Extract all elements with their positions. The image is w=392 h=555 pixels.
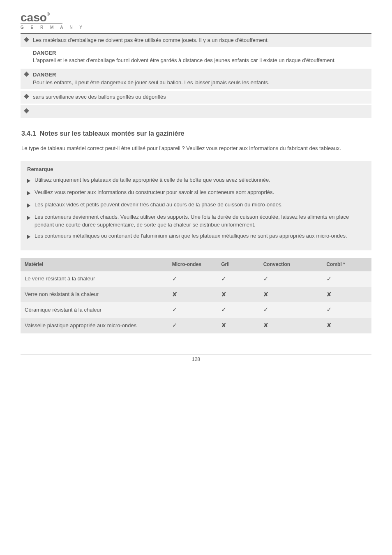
advice-item: Les plateaux vides et petits peuvent dev…: [27, 201, 365, 210]
cross-icon: [263, 291, 269, 298]
diamond-bullet-icon: [24, 94, 29, 99]
warning-text-4: [33, 108, 35, 114]
brand-subtitle: G E R M A N Y: [21, 25, 371, 31]
danger-block-1: DANGER L'appareil et le sachet d'emballa…: [21, 47, 371, 67]
cell-value: [259, 271, 323, 287]
col-header-material: Matériel: [21, 258, 168, 271]
warning-text-2: DANGER Pour les enfants, il peut être da…: [33, 72, 270, 86]
col-header-microwave: Micro-ondes: [168, 258, 217, 271]
diamond-bullet-icon: [24, 72, 29, 77]
brand-logo: caso® G E R M A N Y: [21, 12, 371, 31]
check-icon: [221, 306, 226, 313]
materials-table: Matériel Micro-ondes Gril Convection Com…: [21, 258, 371, 333]
material-name: Vaisselle plastique appropriée aux micro…: [21, 318, 168, 333]
col-header-combi: Combi *: [322, 258, 371, 271]
advice-text: Les plateaux vides et petits peuvent dev…: [35, 201, 283, 210]
page-number: 128: [21, 356, 371, 363]
triangle-bullet-icon: [27, 202, 31, 210]
warning-item-1: Les matériaux d'emballage ne doivent pas…: [21, 34, 371, 47]
registered-mark: ®: [47, 12, 50, 16]
cross-icon: [326, 291, 332, 298]
danger-body-2: Pour les enfants, il peut être dangereux…: [33, 79, 270, 86]
material-name: Céramique résistant à la chaleur: [21, 302, 168, 318]
check-icon: [326, 275, 332, 282]
brand-name: caso®: [21, 12, 371, 23]
table-row: Verre non résistant à la chaleur: [21, 287, 371, 303]
warning-item-4: [21, 105, 371, 118]
warning-text-3: sans surveillance avec des ballons gonfl…: [33, 94, 166, 100]
check-icon: [172, 306, 178, 313]
cell-value: [322, 287, 371, 303]
footer-rule: [21, 354, 371, 354]
advice-text: Les conteneurs métalliques ou contenant …: [35, 232, 347, 241]
advice-header: Remarque: [27, 166, 365, 173]
advice-box: Remarque Utilisez uniquement les plateau…: [21, 161, 371, 250]
col-header-grill: Gril: [217, 258, 259, 271]
diamond-bullet-icon: [24, 108, 29, 113]
check-icon: [172, 321, 178, 329]
cell-value: [168, 287, 217, 303]
advice-text: Veuillez vous reporter aux informations …: [35, 189, 274, 198]
triangle-bullet-icon: [27, 190, 31, 198]
triangle-bullet-icon: [27, 234, 31, 241]
section-heading: 3.4.1 Notes sur les tableaux montés sur …: [21, 129, 371, 138]
cell-value: [217, 318, 259, 333]
material-name: Verre non résistant à la chaleur: [21, 287, 168, 303]
table-row: Vaisselle plastique appropriée aux micro…: [21, 318, 371, 333]
cell-value: [168, 271, 217, 287]
material-name: Le verre résistant à la chaleur: [21, 271, 168, 287]
section-title: Notes sur les tableaux montés sur la gaz…: [39, 130, 184, 137]
cross-icon: [263, 321, 269, 329]
danger-title-1: DANGER: [33, 50, 56, 56]
section-intro: Le type de tableau matériel correct peut…: [21, 142, 371, 155]
warning-text-1: Les matériaux d'emballage ne doivent pas…: [33, 37, 269, 43]
cell-value: [322, 302, 371, 318]
triangle-bullet-icon: [27, 215, 31, 229]
danger-title-2: DANGER: [33, 72, 56, 78]
section-number: 3.4.1: [21, 130, 36, 137]
warning-item-3: sans surveillance avec des ballons gonfl…: [21, 91, 371, 104]
check-icon: [172, 275, 178, 282]
cross-icon: [172, 291, 178, 298]
cell-value: [168, 302, 217, 318]
check-icon: [221, 275, 226, 282]
cell-value: [322, 271, 371, 287]
diamond-bullet-icon: [24, 37, 29, 42]
table-row: Le verre résistant à la chaleur: [21, 271, 371, 287]
table-row: Céramique résistant à la chaleur: [21, 302, 371, 318]
cross-icon: [221, 291, 226, 298]
cell-value: [168, 318, 217, 333]
cross-icon: [326, 321, 332, 329]
check-icon: [326, 306, 332, 313]
check-icon: [263, 275, 269, 282]
cell-value: [217, 271, 259, 287]
warning-item-2: DANGER Pour les enfants, il peut être da…: [21, 69, 371, 89]
cell-value: [217, 302, 259, 318]
triangle-bullet-icon: [27, 178, 31, 185]
advice-item: Les conteneurs deviennent chauds. Veuill…: [27, 213, 365, 229]
check-icon: [263, 306, 269, 313]
cell-value: [259, 287, 323, 303]
col-header-convection: Convection: [259, 258, 323, 271]
brand-text: caso: [21, 11, 47, 24]
advice-text: Les conteneurs deviennent chauds. Veuill…: [35, 213, 365, 229]
cell-value: [259, 302, 323, 318]
cell-value: [217, 287, 259, 303]
cell-value: [259, 318, 323, 333]
advice-item: Les conteneurs métalliques ou contenant …: [27, 232, 365, 241]
table-header-row: Matériel Micro-ondes Gril Convection Com…: [21, 258, 371, 271]
advice-item: Utilisez uniquement les plateaux de tail…: [27, 176, 365, 185]
cross-icon: [221, 321, 226, 329]
advice-text: Utilisez uniquement les plateaux de tail…: [35, 176, 270, 185]
danger-body-1: L'appareil et le sachet d'emballage four…: [33, 57, 336, 63]
cell-value: [322, 318, 371, 333]
advice-item: Veuillez vous reporter aux informations …: [27, 189, 365, 198]
